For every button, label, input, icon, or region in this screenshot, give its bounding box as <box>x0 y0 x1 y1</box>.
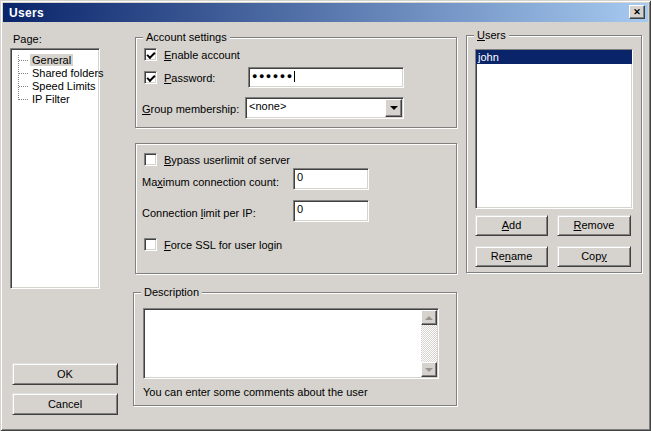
group-membership-select[interactable]: <none> <box>245 97 404 119</box>
page-item-ip-filter[interactable]: IP Filter <box>11 93 99 106</box>
user-list-item[interactable]: john <box>476 50 632 64</box>
enable-account-checkbox[interactable] <box>144 48 157 61</box>
window-title: Users <box>3 6 44 20</box>
copy-user-button[interactable]: Copy <box>557 246 631 267</box>
description-group: Description You can enter some comments … <box>133 292 457 406</box>
users-group-title: Users <box>474 29 509 42</box>
page-item-general[interactable]: General <box>11 54 99 67</box>
connection-limit-per-ip-input[interactable]: 0 <box>293 200 369 222</box>
page-item-speed-limits[interactable]: Speed Limits <box>11 80 99 93</box>
title-bar[interactable]: Users ✕ <box>3 3 648 22</box>
force-ssl-label: Force SSL for user login <box>164 239 282 252</box>
users-list[interactable]: john <box>475 49 633 209</box>
connection-limit-per-ip-label: Connection limit per IP: <box>142 207 256 220</box>
account-settings-group: Account settings Enable account Password… <box>135 37 457 128</box>
connection-settings-group: Bypass userlimit of server Maximum conne… <box>135 143 457 274</box>
page-list[interactable]: General Shared folders Speed Limits IP F… <box>10 48 100 289</box>
max-connection-count-label: Maximum connection count: <box>142 176 279 189</box>
description-title: Description <box>141 286 202 299</box>
remove-user-button[interactable]: Remove <box>557 215 631 236</box>
close-icon[interactable]: ✕ <box>629 5 645 19</box>
force-ssl-checkbox[interactable] <box>144 238 157 251</box>
password-checkbox[interactable] <box>144 71 157 84</box>
bypass-userlimit-label: Bypass userlimit of server <box>164 154 290 167</box>
cancel-button[interactable]: Cancel <box>12 393 118 415</box>
page-label: Page: <box>13 33 42 46</box>
account-settings-title: Account settings <box>143 31 230 44</box>
users-group: Users john Add Remove Rename Copy <box>466 35 642 273</box>
bypass-userlimit-checkbox[interactable] <box>144 153 157 166</box>
enable-account-label: Enable account <box>164 49 240 62</box>
rename-user-button[interactable]: Rename <box>475 246 548 267</box>
scroll-down-icon[interactable] <box>421 362 437 377</box>
ok-button[interactable]: OK <box>12 363 118 385</box>
users-dialog: Users ✕ Page: General Shared folders Spe… <box>0 0 651 431</box>
password-input[interactable]: ●●●●●● <box>248 67 404 88</box>
scroll-up-icon[interactable] <box>421 310 437 325</box>
add-user-button[interactable]: Add <box>475 215 548 236</box>
page-item-shared-folders[interactable]: Shared folders <box>11 67 99 80</box>
group-membership-label: Group membership: <box>142 103 239 116</box>
chevron-down-icon[interactable] <box>385 99 402 117</box>
description-textarea[interactable] <box>143 308 439 379</box>
description-scrollbar[interactable] <box>421 310 437 377</box>
password-label: Password: <box>164 72 215 85</box>
description-hint: You can enter some comments about the us… <box>143 386 368 399</box>
text-caret <box>294 71 295 82</box>
max-connection-count-input[interactable]: 0 <box>293 168 369 190</box>
